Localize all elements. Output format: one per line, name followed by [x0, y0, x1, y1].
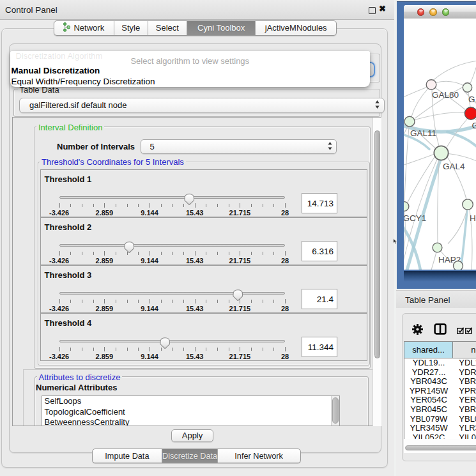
network-edge[interactable] — [470, 67, 476, 83]
tab-infer-network[interactable]: Infer Network — [217, 449, 300, 463]
slider-tick-label: -3.426 — [49, 209, 69, 217]
table-row[interactable]: YBL079WYBL0 — [404, 414, 476, 424]
dropdown-item-manual-discretization[interactable]: Manual Discretization — [12, 66, 100, 75]
network-node[interactable] — [426, 79, 436, 89]
network-window-titlebar[interactable] — [404, 5, 476, 20]
slider-track[interactable] — [59, 196, 286, 199]
slider-track[interactable] — [59, 244, 286, 247]
table-hscrollbar-track[interactable] — [404, 439, 476, 453]
slider-minor-tick — [251, 300, 252, 303]
list-scrollbar[interactable] — [331, 396, 339, 426]
table-panel-titlebar[interactable]: Table Panel — [396, 290, 476, 309]
tab-discretize-data[interactable]: Discretize Data — [162, 449, 217, 463]
numerical-attributes-list[interactable]: SelfLoopsTopologicalCoefficientBetweenne… — [42, 395, 340, 426]
list-scrollbar-thumb[interactable] — [332, 397, 339, 424]
attribute-list-item[interactable]: TopologicalCoefficient — [42, 407, 339, 418]
network-edge[interactable] — [449, 153, 476, 160]
slider-minor-tick — [229, 252, 229, 255]
table-data-combobox[interactable]: galFiltered.sif default node — [19, 98, 385, 113]
slider-thumb[interactable] — [160, 337, 171, 352]
table-header-name[interactable]: n... — [453, 342, 476, 358]
network-edge[interactable] — [408, 156, 435, 202]
network-edge[interactable] — [404, 154, 434, 165]
close-icon[interactable]: ✖ — [379, 4, 386, 13]
slider-minor-tick — [251, 204, 252, 207]
table-row[interactable]: YER054CYER0 — [404, 395, 476, 405]
split-columns-icon[interactable] — [434, 323, 447, 337]
threshold-value-field[interactable]: 11.344 — [302, 337, 337, 357]
slider-minor-tick — [116, 348, 116, 351]
table-row[interactable]: YPR145WYPR1 — [404, 386, 476, 395]
tab-cyni-toolbox[interactable]: Cyni Toolbox — [187, 21, 256, 35]
slider-tick-label: 9.144 — [141, 257, 158, 265]
dropdown-item-equal-width-frequency[interactable]: Equal Width/Frequency Discretization — [12, 77, 155, 86]
table-row[interactable]: YBR045CYBR0 — [404, 404, 476, 414]
slider-minor-tick — [217, 252, 218, 255]
close-window-icon[interactable] — [417, 8, 425, 16]
network-node[interactable] — [454, 261, 463, 270]
slider-tick-label: 9.144 — [141, 305, 158, 312]
gear-icon[interactable] — [412, 324, 423, 337]
network-edge[interactable] — [436, 81, 463, 85]
tab-impute-data[interactable]: Impute Data — [93, 449, 162, 463]
attribute-list-item[interactable]: BetweennessCentrality — [42, 417, 339, 426]
network-node[interactable] — [434, 146, 448, 160]
slider-major-tick — [150, 347, 150, 351]
zoom-window-icon[interactable] — [442, 8, 450, 16]
slider-tick-label: -3.426 — [49, 353, 69, 360]
tab-style[interactable]: Style — [114, 21, 148, 35]
threshold-value-field[interactable]: 6.316 — [302, 241, 337, 261]
network-node[interactable] — [463, 82, 472, 91]
float-window-icon[interactable] — [369, 7, 376, 14]
tab-select[interactable]: Select — [148, 21, 187, 35]
settings-scrollbar-thumb[interactable] — [374, 130, 381, 358]
slider-tick-label: 15.43 — [186, 257, 204, 265]
slider-tick-label: 28 — [281, 305, 289, 312]
network-node[interactable] — [463, 199, 473, 210]
minimize-window-icon[interactable] — [429, 8, 437, 16]
table-row[interactable]: YLR345WYLR3 — [404, 423, 476, 433]
slider-minor-tick — [127, 348, 128, 351]
slider-track[interactable] — [59, 292, 286, 295]
slider-minor-tick — [273, 300, 274, 303]
table-row[interactable]: YBR043CYBR0 — [404, 377, 476, 387]
threshold-panel-1: Threshold 1-3.4262.8599.14415.4321.71528… — [40, 169, 367, 217]
apply-button[interactable]: Apply — [171, 429, 213, 442]
network-node[interactable] — [433, 243, 442, 252]
table-row[interactable]: YDL19...YDL1 — [404, 358, 476, 368]
tab-label: Cyni Toolbox — [197, 23, 245, 33]
table-hscrollbar-thumb[interactable] — [405, 445, 476, 451]
network-edge[interactable] — [404, 87, 427, 98]
slider-tick-label: 9.144 — [141, 353, 158, 360]
network-canvas[interactable]: GAL80G...GGAL11GAL4GCY1H...HAP2 — [404, 19, 476, 270]
table-row[interactable]: YDR27...YDR2 — [404, 367, 476, 377]
table-header-shared-name[interactable]: shared... — [404, 342, 454, 358]
network-node[interactable] — [404, 116, 415, 127]
slider-minor-tick — [93, 204, 94, 207]
number-of-intervals-combobox[interactable]: 5 — [141, 139, 337, 154]
slider-tick-label: -3.426 — [49, 257, 69, 265]
network-edge[interactable] — [415, 112, 464, 119]
slider-track[interactable] — [59, 340, 286, 343]
checkbox-icon[interactable] — [457, 325, 464, 337]
threshold-label: Threshold 4 — [45, 318, 92, 328]
screen: Control Panel ✖ NetworkStyleSelectCyni T… — [0, 0, 476, 476]
tab-jactivemnodules[interactable]: jActiveMNodules — [255, 21, 336, 35]
number-of-intervals-label: Number of Intervals — [57, 142, 135, 151]
threshold-value-field[interactable]: 14.713 — [302, 193, 337, 213]
control-panel-titlebar[interactable]: Control Panel ✖ — [0, 0, 394, 20]
network-edge[interactable] — [433, 61, 476, 80]
network-node[interactable] — [464, 107, 476, 119]
checkbox-icon[interactable] — [465, 325, 473, 337]
threshold-value-field[interactable]: 21.4 — [302, 289, 337, 309]
slider-thumb[interactable] — [124, 242, 135, 256]
attribute-list-item[interactable]: SelfLoops — [42, 396, 339, 407]
tab-network[interactable]: Network — [54, 21, 114, 35]
slider-thumb[interactable] — [233, 289, 243, 304]
slider-tick-label: 21.715 — [229, 353, 251, 360]
network-edge[interactable] — [431, 252, 436, 270]
slider-major-tick — [195, 251, 196, 256]
slider-thumb[interactable] — [184, 194, 195, 208]
settings-scrollpane: Interval Definition Number of Intervals … — [12, 117, 381, 426]
network-node[interactable] — [404, 201, 409, 211]
